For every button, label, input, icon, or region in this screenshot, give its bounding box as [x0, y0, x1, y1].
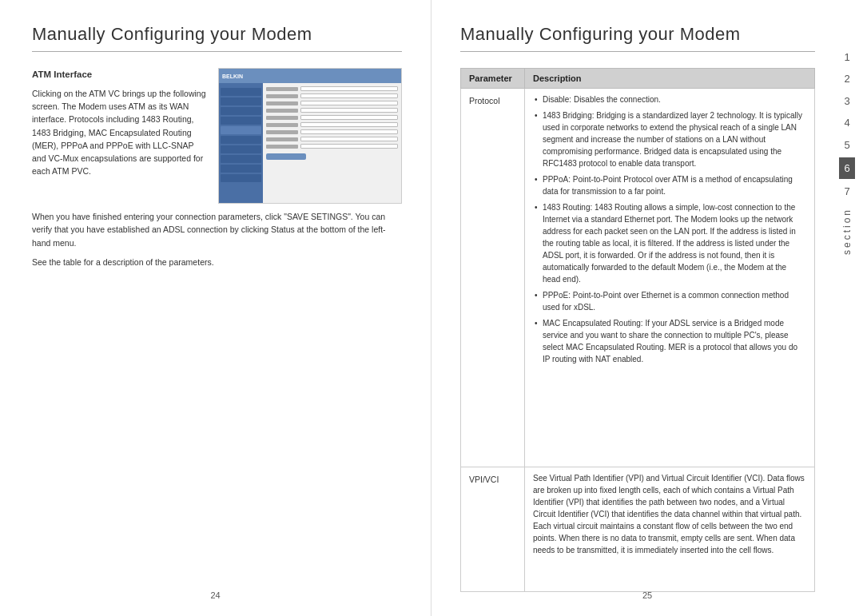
protocol-param: Protocol — [461, 89, 525, 467]
bullet-6: MAC Encapsulated Routing: If your ADSL s… — [533, 317, 806, 365]
table-row: Protocol Disable: Disables the connectio… — [461, 89, 815, 467]
protocol-desc: Disable: Disables the connection. 1483 B… — [525, 89, 815, 467]
bullet-2: 1483 Bridging: Bridging is a standardize… — [533, 109, 806, 169]
vpi-vci-desc: See Virtual Path Identifier (VPI) and Vi… — [525, 467, 815, 591]
left-page-number: 24 — [210, 590, 220, 600]
atm-body: ATM Interface Clicking on the ATM VC bri… — [32, 68, 209, 185]
atm-para-1: Clicking on the ATM VC brings up the fol… — [32, 87, 209, 178]
parameter-table: Parameter Description Protocol Disable: … — [460, 68, 815, 592]
bullet-1: Disable: Disables the connection. — [533, 93, 806, 105]
section-numbers: 1 2 3 4 5 6 7 section — [839, 48, 855, 255]
section-2: 2 — [839, 70, 855, 88]
screenshot-image: BELKIN — [218, 68, 402, 204]
vpi-vci-param: VPI/VCI — [461, 467, 525, 591]
bullet-3: PPPoA: Point-to-Point Protocol over ATM … — [533, 173, 806, 197]
left-page-title: Manually Configuring your Modem — [32, 24, 402, 52]
table-row: VPI/VCI See Virtual Path Identifier (VPI… — [461, 467, 815, 591]
atm-para-2: When you have finished entering your con… — [32, 210, 402, 249]
section-4: 4 — [839, 113, 855, 132]
right-page: Manually Configuring your Modem Paramete… — [432, 0, 863, 616]
atm-para-3: See the table for a description of the p… — [32, 256, 402, 268]
screenshot-sidebar — [219, 83, 263, 203]
atm-body-continued: When you have finished entering your con… — [32, 210, 402, 275]
section-5: 5 — [839, 136, 855, 154]
right-page-title: Manually Configuring your Modem — [460, 24, 815, 52]
section-6-active: 6 — [839, 157, 855, 179]
section-3: 3 — [839, 92, 855, 110]
bullet-4: 1483 Routing: 1483 Routing allows a simp… — [533, 201, 806, 285]
screenshot-content — [263, 83, 401, 203]
right-page-number: 25 — [642, 590, 652, 600]
param-header: Parameter — [461, 69, 525, 89]
section-label: section — [841, 208, 853, 255]
section-1: 1 — [839, 48, 855, 66]
left-page: Manually Configuring your Modem BELKIN — [0, 0, 432, 616]
desc-header: Description — [525, 69, 815, 89]
section-7: 7 — [839, 182, 855, 201]
bullet-5: PPPoE: Point-to-Point over Ethernet is a… — [533, 289, 806, 313]
belkin-logo: BELKIN — [222, 74, 243, 79]
atm-heading: ATM Interface — [32, 68, 209, 82]
